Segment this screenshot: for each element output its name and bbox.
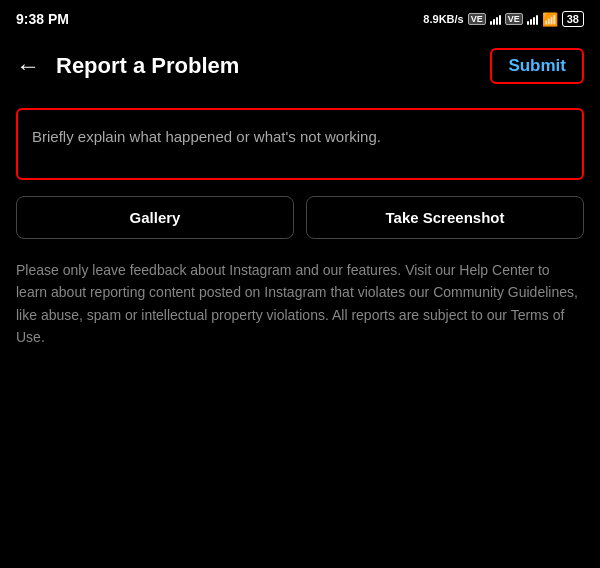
back-button[interactable]: ← <box>16 48 48 84</box>
signal-bars-1 <box>490 13 501 25</box>
data-speed: 8.9KB/s <box>423 13 463 25</box>
gallery-button[interactable]: Gallery <box>16 196 294 239</box>
take-screenshot-button[interactable]: Take Screenshot <box>306 196 584 239</box>
network-badge-2: VE <box>505 13 523 25</box>
disclaimer-text: Please only leave feedback about Instagr… <box>16 259 584 349</box>
status-time: 9:38 PM <box>16 11 69 27</box>
main-content: Briefly explain what happened or what's … <box>0 96 600 361</box>
problem-description-placeholder: Briefly explain what happened or what's … <box>32 128 381 145</box>
status-right-icons: 8.9KB/s VE VE 📶 38 <box>423 11 584 27</box>
status-bar: 9:38 PM 8.9KB/s VE VE 📶 38 <box>0 0 600 36</box>
wifi-icon: 📶 <box>542 12 558 27</box>
header: ← Report a Problem Submit <box>0 36 600 96</box>
battery-indicator: 38 <box>562 11 584 27</box>
signal-bars-2 <box>527 13 538 25</box>
problem-description-field[interactable]: Briefly explain what happened or what's … <box>16 108 584 180</box>
network-badge-1: VE <box>468 13 486 25</box>
submit-button[interactable]: Submit <box>490 48 584 84</box>
page-title: Report a Problem <box>56 53 490 79</box>
media-button-row: Gallery Take Screenshot <box>16 196 584 239</box>
